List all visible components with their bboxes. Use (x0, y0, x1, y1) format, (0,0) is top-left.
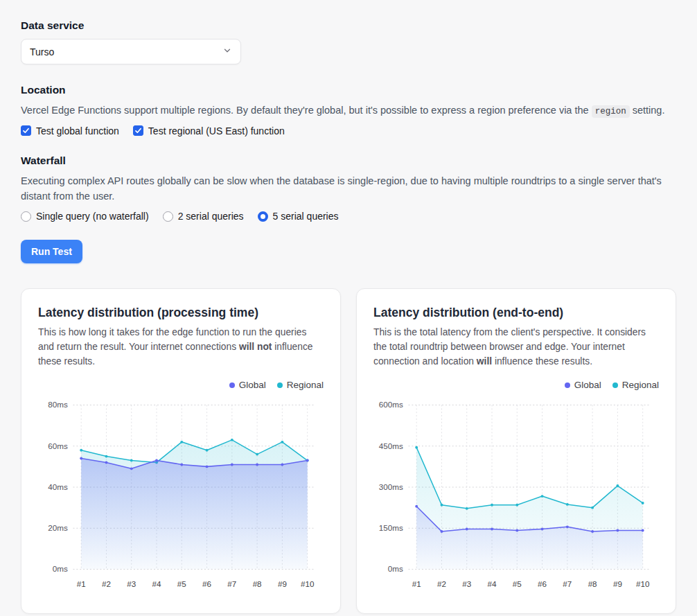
svg-text:60ms: 60ms (48, 441, 68, 450)
radio-2-serial-queries[interactable]: 2 serial queries (163, 211, 244, 222)
checkbox-icon (21, 125, 31, 136)
svg-text:#1: #1 (77, 579, 86, 588)
data-service-select[interactable]: Turso (21, 39, 241, 64)
svg-text:#4: #4 (152, 579, 161, 588)
svg-text:150ms: 150ms (379, 524, 403, 533)
svg-text:#3: #3 (127, 579, 136, 588)
data-service-selected-value: Turso (30, 46, 54, 58)
run-test-button[interactable]: Run Test (21, 240, 82, 263)
svg-text:#2: #2 (102, 579, 111, 588)
location-description: Vercel Edge Functions support multiple r… (21, 103, 676, 118)
svg-text:600ms: 600ms (379, 401, 403, 410)
svg-text:#10: #10 (301, 579, 315, 588)
region-code-chip: region (592, 105, 630, 118)
radio-label: Single query (no waterfall) (36, 211, 149, 222)
radio-label: 5 serial queries (273, 211, 339, 222)
radio-icon (163, 211, 173, 222)
chart-title: Latency distribution (end-to-end) (373, 306, 659, 320)
chart-card-end-to-end: Latency distribution (end-to-end) This i… (356, 288, 676, 614)
radio-icon (21, 211, 31, 222)
svg-text:#8: #8 (253, 579, 262, 588)
chart-description: This is the total latency from the clien… (373, 326, 659, 369)
svg-text:20ms: 20ms (48, 524, 68, 533)
legend-dot-regional (612, 382, 618, 388)
svg-text:#10: #10 (636, 579, 650, 588)
legend-item-global: Global (229, 380, 266, 390)
checkbox-test-regional-function[interactable]: Test regional (US East) function (133, 125, 285, 137)
chart-legend: Global Regional (373, 380, 659, 390)
svg-text:#3: #3 (462, 579, 471, 588)
checkbox-label: Test regional (US East) function (148, 125, 285, 137)
svg-text:#1: #1 (412, 579, 421, 588)
waterfall-heading: Waterfall (21, 155, 676, 167)
svg-text:450ms: 450ms (379, 441, 403, 450)
chart-card-processing-time: Latency distribution (processing time) T… (21, 288, 341, 614)
waterfall-radio-group: Single query (no waterfall) 2 serial que… (21, 211, 676, 222)
svg-text:80ms: 80ms (48, 401, 68, 410)
data-service-heading: Data service (21, 19, 676, 32)
legend-dot-global (565, 382, 570, 388)
chart-legend: Global Regional (38, 380, 324, 390)
svg-text:#9: #9 (278, 579, 287, 588)
charts-row: Latency distribution (processing time) T… (21, 288, 676, 614)
radio-icon (258, 211, 268, 222)
svg-text:300ms: 300ms (379, 482, 403, 491)
svg-text:#9: #9 (613, 579, 622, 588)
legend-item-regional: Regional (612, 380, 659, 390)
svg-text:#5: #5 (513, 579, 522, 588)
svg-text:#6: #6 (202, 579, 211, 588)
checkbox-label: Test global function (36, 125, 119, 137)
waterfall-description: Executing complex API routes globally ca… (21, 174, 676, 204)
chart-title: Latency distribution (processing time) (38, 306, 324, 320)
svg-text:#5: #5 (177, 579, 186, 588)
radio-label: 2 serial queries (178, 211, 244, 222)
legend-item-regional: Regional (277, 380, 324, 390)
checkbox-test-global-function[interactable]: Test global function (21, 125, 119, 137)
svg-text:#2: #2 (437, 579, 446, 588)
location-checkbox-group: Test global function Test regional (US E… (21, 125, 676, 137)
latency-chart-end-to-end: 0ms150ms300ms450ms600ms#1#2#3#4#5#6#7#8#… (373, 393, 659, 595)
svg-text:#6: #6 (538, 579, 547, 588)
location-heading: Location (21, 84, 676, 96)
radio-single-query[interactable]: Single query (no waterfall) (21, 211, 149, 222)
svg-text:0ms: 0ms (388, 565, 403, 574)
svg-text:#8: #8 (588, 579, 597, 588)
latency-test-page: Data service Turso Location Vercel Edge … (0, 0, 697, 616)
latency-chart-processing-time: 0ms20ms40ms60ms80ms#1#2#3#4#5#6#7#8#9#10 (38, 393, 324, 595)
chevron-down-icon (222, 46, 232, 58)
svg-text:#7: #7 (563, 579, 572, 588)
svg-text:40ms: 40ms (48, 482, 68, 491)
legend-dot-regional (277, 382, 283, 388)
chart-description: This is how long it takes for the edge f… (38, 326, 324, 369)
legend-item-global: Global (565, 380, 601, 390)
svg-text:#7: #7 (227, 579, 236, 588)
svg-text:#4: #4 (488, 579, 497, 588)
svg-text:0ms: 0ms (53, 565, 68, 574)
checkbox-icon (133, 125, 143, 136)
radio-5-serial-queries[interactable]: 5 serial queries (258, 211, 339, 222)
legend-dot-global (229, 382, 235, 388)
